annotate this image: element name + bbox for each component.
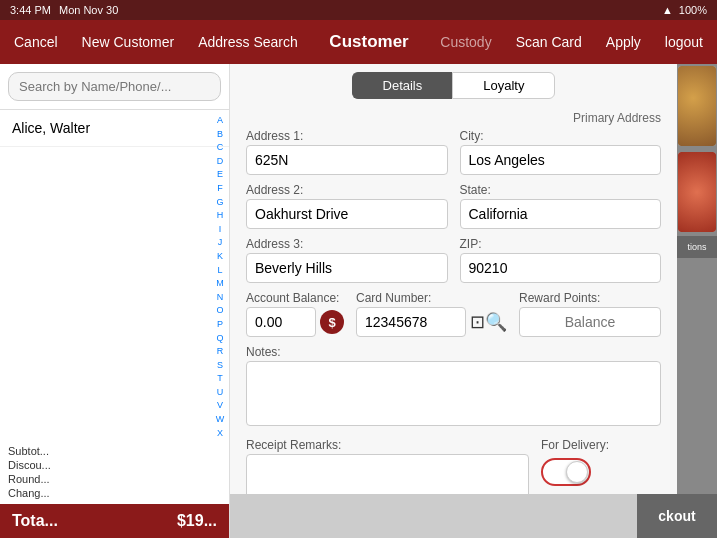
address1-input[interactable] xyxy=(246,145,448,175)
address1-label: Address 1: xyxy=(246,129,448,143)
search-bar xyxy=(0,64,229,110)
wifi-icon: ▲ xyxy=(662,4,673,16)
barcode-scan-icon[interactable]: ⊡🔍 xyxy=(470,311,507,333)
notes-textarea[interactable] xyxy=(246,361,661,426)
rounding-label: Round... xyxy=(8,473,50,485)
address1-city-row: Address 1: City: xyxy=(246,129,661,175)
tab-bar: Details Loyalty xyxy=(230,64,677,103)
alpha-N[interactable]: N xyxy=(213,291,227,304)
thumbnail-strip: tions xyxy=(677,64,717,494)
page-title: Customer xyxy=(316,32,423,52)
apply-button[interactable]: Apply xyxy=(600,30,647,54)
time: 3:44 PM xyxy=(10,4,51,16)
card-input-wrapper: ⊡🔍 xyxy=(356,307,507,337)
card-number-group: Card Number: ⊡🔍 xyxy=(356,291,507,337)
total-value: $19... xyxy=(177,512,217,530)
cancel-button[interactable]: Cancel xyxy=(8,30,64,54)
address2-state-row: Address 2: State: xyxy=(246,183,661,229)
state-input[interactable] xyxy=(460,199,662,229)
delivery-group: For Delivery: xyxy=(541,438,661,486)
address3-label: Address 3: xyxy=(246,237,448,251)
customer-list-item[interactable]: Alice, Walter xyxy=(0,110,229,147)
alpha-A[interactable]: A xyxy=(213,114,227,127)
card-number-label: Card Number: xyxy=(356,291,507,305)
alpha-O[interactable]: O xyxy=(213,304,227,317)
alpha-C[interactable]: C xyxy=(213,141,227,154)
address2-input[interactable] xyxy=(246,199,448,229)
alpha-I[interactable]: I xyxy=(213,223,227,236)
address-search-button[interactable]: Address Search xyxy=(192,30,304,54)
change-label: Chang... xyxy=(8,487,50,499)
right-panel: Details Loyalty Primary Address Address … xyxy=(230,64,677,494)
alpha-R[interactable]: R xyxy=(213,345,227,358)
alpha-J[interactable]: J xyxy=(213,236,227,249)
alphabet-index: A B C D E F G H I J K L M N O P Q R S T xyxy=(213,110,227,440)
alpha-F[interactable]: F xyxy=(213,182,227,195)
notes-group: Notes: xyxy=(246,345,661,430)
thumbnail-coffee xyxy=(678,66,716,146)
battery: 100% xyxy=(679,4,707,16)
thumbnail-food xyxy=(678,152,716,232)
coffee-image xyxy=(678,66,716,146)
address2-group: Address 2: xyxy=(246,183,448,229)
receipt-area: Subtot... Discou... Round... Chang... xyxy=(0,440,229,504)
search-input[interactable] xyxy=(8,72,221,101)
nav-bar: Cancel New Customer Address Search Custo… xyxy=(0,20,717,64)
checkout-button[interactable]: ckout xyxy=(637,494,717,538)
alpha-H[interactable]: H xyxy=(213,209,227,222)
address1-group: Address 1: xyxy=(246,129,448,175)
tab-details[interactable]: Details xyxy=(352,72,453,99)
address3-group: Address 3: xyxy=(246,237,448,283)
state-group: State: xyxy=(460,183,662,229)
status-bar: 3:44 PM Mon Nov 30 ▲ 100% xyxy=(0,0,717,20)
remarks-textarea[interactable] xyxy=(246,454,529,494)
delivery-toggle[interactable] xyxy=(541,458,591,486)
alpha-E[interactable]: E xyxy=(213,168,227,181)
city-label: City: xyxy=(460,129,662,143)
tab-loyalty[interactable]: Loyalty xyxy=(452,72,555,99)
alpha-M[interactable]: M xyxy=(213,277,227,290)
alpha-X[interactable]: X xyxy=(213,427,227,440)
scan-card-button[interactable]: Scan Card xyxy=(510,30,588,54)
form-area: Primary Address Address 1: City: xyxy=(230,103,677,494)
alpha-D[interactable]: D xyxy=(213,155,227,168)
zip-label: ZIP: xyxy=(460,237,662,251)
custody-button[interactable]: Custody xyxy=(434,30,497,54)
account-balance-input[interactable] xyxy=(246,307,316,337)
alpha-G[interactable]: G xyxy=(213,196,227,209)
reward-points-group: Reward Points: xyxy=(519,291,661,337)
alpha-L[interactable]: L xyxy=(213,264,227,277)
remarks-group: Receipt Remarks: xyxy=(246,438,529,494)
alpha-U[interactable]: U xyxy=(213,386,227,399)
customer-name: Alice, Walter xyxy=(12,120,90,136)
balance-input-wrapper: $ xyxy=(246,307,344,337)
address3-zip-row: Address 3: ZIP: xyxy=(246,237,661,283)
subtotal-label: Subtot... xyxy=(8,445,49,457)
card-number-input[interactable] xyxy=(356,307,466,337)
alpha-K[interactable]: K xyxy=(213,250,227,263)
total-bar: Tota... $19... xyxy=(0,504,229,538)
alpha-S[interactable]: S xyxy=(213,359,227,372)
primary-address-label: Primary Address xyxy=(246,111,661,125)
dollar-icon: $ xyxy=(320,310,344,334)
actions-button[interactable]: tions xyxy=(677,236,717,258)
alpha-P[interactable]: P xyxy=(213,318,227,331)
alpha-T[interactable]: T xyxy=(213,372,227,385)
alpha-Q[interactable]: Q xyxy=(213,332,227,345)
alpha-B[interactable]: B xyxy=(213,128,227,141)
logout-button[interactable]: logout xyxy=(659,30,709,54)
date: Mon Nov 30 xyxy=(59,4,118,16)
discount-label: Discou... xyxy=(8,459,51,471)
food-image xyxy=(678,152,716,232)
new-customer-button[interactable]: New Customer xyxy=(76,30,181,54)
alpha-W[interactable]: W xyxy=(213,413,227,426)
city-input[interactable] xyxy=(460,145,662,175)
balance-card-row: Account Balance: $ Card Number: ⊡🔍 xyxy=(246,291,661,337)
reward-points-input[interactable] xyxy=(519,307,661,337)
state-label: State: xyxy=(460,183,662,197)
toggle-knob xyxy=(566,461,588,483)
alpha-V[interactable]: V xyxy=(213,399,227,412)
reward-points-label: Reward Points: xyxy=(519,291,661,305)
zip-input[interactable] xyxy=(460,253,662,283)
address3-input[interactable] xyxy=(246,253,448,283)
